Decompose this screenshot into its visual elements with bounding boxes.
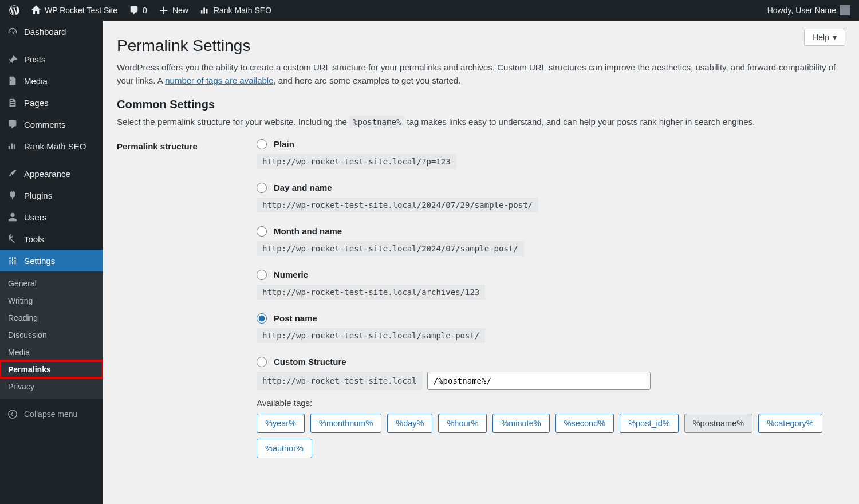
submenu-general[interactable]: General [0,275,103,292]
menu-plugins[interactable]: Plugins [0,184,103,206]
menu-label: Pages [24,98,49,108]
pin-icon [7,54,18,64]
page-icon [7,97,18,108]
help-tab[interactable]: Help▾ [804,29,845,46]
radio-plain[interactable] [257,139,267,149]
menu-pages[interactable]: Pages [0,92,103,113]
comments-link[interactable]: 0 [123,0,153,21]
permalink-structure-label: Permalink structure [117,139,257,472]
rank-math-link[interactable]: Rank Math SEO [194,0,277,21]
howdy-text: Howdy, User Name [767,6,836,15]
submenu-writing[interactable]: Writing [0,292,103,309]
home-icon [31,5,41,15]
example-month-name: http://wp-rocket-test-site.local/2024/07… [257,241,524,256]
tag-monthnum[interactable]: %monthnum% [310,414,381,433]
site-name: WP Rocket Test Site [45,6,117,15]
collapse-menu[interactable]: Collapse menu [0,403,103,425]
radio-month-name[interactable] [257,226,267,237]
submenu-privacy[interactable]: Privacy [0,378,103,395]
tag-day[interactable]: %day% [387,414,432,433]
menu-label: Media [24,76,48,86]
example-numeric: http://wp-rocket-test-site.local/archive… [257,285,485,300]
custom-structure-input[interactable] [427,372,651,390]
available-tags-label: Available tags: [257,398,845,408]
rank-math-label: Rank Math SEO [214,6,271,15]
radio-custom-label[interactable]: Custom Structure [274,357,346,367]
comment-icon [7,119,18,129]
tag-postname[interactable]: %postname% [684,414,752,433]
tags-available-link[interactable]: number of tags are available [165,76,273,85]
example-post-name: http://wp-rocket-test-site.local/sample-… [257,328,485,343]
main-content: Help▾ Permalink Settings WordPress offer… [103,21,859,495]
my-account[interactable]: Howdy, User Name [762,0,856,21]
submenu-permalinks[interactable]: Permalinks [0,361,103,378]
sliders-icon [7,255,18,266]
custom-base-url: http://wp-rocket-test-site.local [257,372,423,390]
menu-label: Users [24,212,46,222]
tag-post-id[interactable]: %post_id% [620,414,679,433]
page-description: WordPress offers you the ability to crea… [117,61,845,88]
new-label: New [172,6,188,15]
tag-hour[interactable]: %hour% [438,414,487,433]
menu-label: Settings [24,256,55,266]
settings-submenu: General Writing Reading Discussion Media… [0,271,103,399]
comments-count: 0 [143,6,147,15]
menu-label: Tools [24,234,44,244]
collapse-icon [7,409,18,419]
radio-post-name-label[interactable]: Post name [274,313,317,323]
tag-year[interactable]: %year% [257,414,305,433]
radio-plain-label[interactable]: Plain [274,139,294,149]
chart-icon [200,5,210,15]
chevron-down-icon: ▾ [833,33,837,42]
tag-category[interactable]: %category% [758,414,822,433]
user-icon [7,212,18,222]
svg-point-0 [9,410,17,418]
menu-settings[interactable]: Settings [0,250,103,271]
example-plain: http://wp-rocket-test-site.local/?p=123 [257,154,456,169]
page-title: Permalink Settings [117,29,845,61]
menu-comments[interactable]: Comments [0,113,103,135]
menu-users[interactable]: Users [0,206,103,228]
radio-day-name[interactable] [257,183,267,193]
admin-sidebar: Dashboard Posts Media Pages Comments Ran… [0,21,103,495]
menu-label: Dashboard [24,27,66,37]
menu-media[interactable]: Media [0,70,103,92]
radio-numeric[interactable] [257,270,267,280]
plugin-icon [7,190,18,200]
radio-day-name-label[interactable]: Day and name [274,183,332,192]
wrench-icon [7,234,18,244]
postname-code: %postname% [349,116,404,128]
radio-numeric-label[interactable]: Numeric [274,270,308,279]
common-settings-heading: Common Settings [117,98,845,111]
menu-posts[interactable]: Posts [0,48,103,70]
collapse-label: Collapse menu [24,410,77,419]
available-tags: %year% %monthnum% %day% %hour% %minute% … [257,414,845,458]
menu-label: Plugins [24,191,52,200]
site-home-link[interactable]: WP Rocket Test Site [25,0,123,21]
menu-tools[interactable]: Tools [0,228,103,250]
wordpress-icon [9,5,19,15]
menu-rank-math[interactable]: Rank Math SEO [0,135,103,157]
comment-icon [129,5,139,15]
submenu-discussion[interactable]: Discussion [0,326,103,344]
common-settings-description: Select the permalink structure for your … [117,117,845,127]
submenu-media[interactable]: Media [0,344,103,361]
admin-bar: WP Rocket Test Site 0 New Rank Math SEO … [0,0,859,21]
menu-label: Comments [24,120,66,129]
tag-minute[interactable]: %minute% [492,414,549,433]
radio-post-name[interactable] [257,313,267,324]
radio-month-name-label[interactable]: Month and name [274,226,342,236]
media-icon [7,76,18,86]
brush-icon [7,168,18,179]
radio-custom[interactable] [257,357,267,367]
submenu-reading[interactable]: Reading [0,309,103,326]
tag-second[interactable]: %second% [555,414,614,433]
dashboard-icon [7,26,18,37]
menu-appearance[interactable]: Appearance [0,163,103,184]
tag-author[interactable]: %author% [257,439,312,458]
new-content-link[interactable]: New [153,0,194,21]
avatar-icon [840,5,850,15]
wordpress-logo[interactable] [3,0,25,21]
menu-dashboard[interactable]: Dashboard [0,21,103,42]
plus-icon [159,5,169,15]
